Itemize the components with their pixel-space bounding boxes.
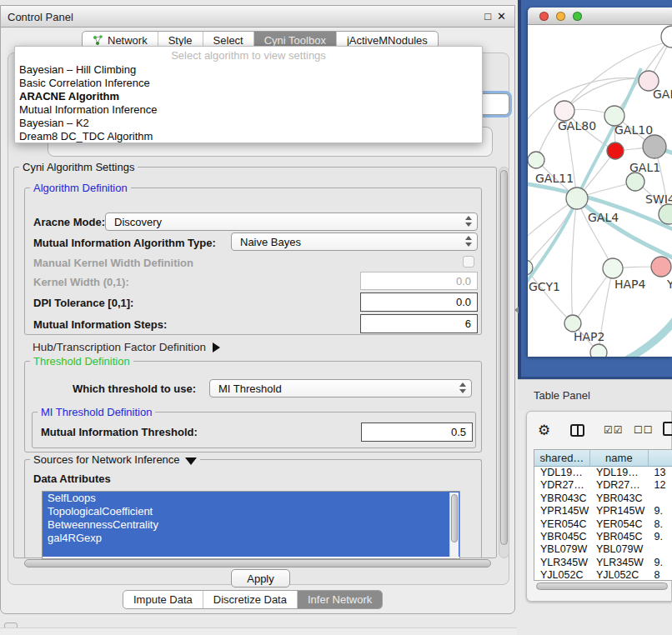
attribute-item-selfloops[interactable]: SelfLoops bbox=[43, 492, 459, 505]
mi-threshold-field[interactable]: 0.5 bbox=[361, 422, 473, 442]
stepper-arrows-icon bbox=[465, 216, 472, 227]
column-header-name[interactable]: name bbox=[590, 450, 649, 467]
which-threshold-value: MI Threshold bbox=[218, 382, 282, 395]
close-panel-icon[interactable]: ✕ bbox=[497, 10, 506, 22]
attribute-item-gal4rgexp[interactable]: gal4RGexp bbox=[43, 532, 459, 545]
table-row[interactable]: YBR045CYBR045C9. bbox=[534, 531, 672, 543]
algorithm-option-basic-correlation-inference[interactable]: Basic Correlation Inference bbox=[15, 77, 482, 90]
mi-threshold-definition-title: MI Threshold Definition bbox=[38, 406, 155, 418]
network-node[interactable] bbox=[554, 101, 574, 121]
zoom-traffic-light[interactable] bbox=[573, 12, 582, 21]
settings-horizontal-thumb[interactable] bbox=[24, 559, 491, 568]
network-edge[interactable] bbox=[528, 198, 577, 268]
expand-right-icon[interactable] bbox=[213, 342, 220, 352]
network-node[interactable] bbox=[528, 152, 544, 168]
collapse-down-icon[interactable] bbox=[185, 458, 197, 465]
column-header-partial[interactable] bbox=[649, 450, 672, 467]
network-node[interactable] bbox=[651, 257, 671, 277]
network-window-titlebar[interactable] bbox=[528, 8, 672, 25]
algorithm-option-aracne-algorithm[interactable]: ARACNE Algorithm bbox=[15, 90, 482, 103]
network-node[interactable] bbox=[643, 135, 666, 158]
column-header-shared[interactable]: shared… bbox=[534, 450, 590, 467]
aracne-mode-combobox[interactable]: Discovery bbox=[105, 212, 478, 231]
table-horizontal-thumb[interactable] bbox=[536, 582, 668, 590]
mi-steps-field[interactable]: 6 bbox=[360, 314, 478, 333]
table-row[interactable]: YBR043CYBR043C bbox=[534, 492, 672, 505]
network-edge[interactable] bbox=[577, 198, 613, 268]
table-row[interactable]: YER054CYER054C8. bbox=[534, 518, 672, 531]
manual-kernel-width-checkbox[interactable] bbox=[463, 256, 474, 268]
attributes-scrollbar[interactable] bbox=[449, 492, 459, 558]
mi-algorithm-type-combobox[interactable]: Naive Bayes bbox=[231, 232, 478, 251]
control-panel-titlebar[interactable]: Control Panel □ ✕ bbox=[1, 6, 514, 28]
manual-kernel-width-label: Manual Kernel Width Definition bbox=[33, 257, 193, 269]
tab-infer-network-label: Infer Network bbox=[308, 593, 372, 606]
close-traffic-light[interactable] bbox=[539, 12, 549, 21]
network-node[interactable] bbox=[661, 26, 672, 48]
network-node[interactable] bbox=[603, 258, 623, 278]
dpi-tolerance-field[interactable]: 0.0 bbox=[360, 292, 478, 312]
mi-steps-value: 6 bbox=[465, 318, 471, 330]
table-row[interactable]: YPR145WYPR145W9. bbox=[534, 505, 672, 518]
algorithm-option-mutual-information-inference[interactable]: Mutual Information Inference bbox=[15, 103, 482, 117]
network-node[interactable] bbox=[607, 142, 624, 159]
tab-impute-data-label: Impute Data bbox=[133, 593, 193, 606]
network-node[interactable] bbox=[564, 315, 581, 332]
network-node[interactable] bbox=[566, 188, 588, 209]
attribute-item-partial[interactable] bbox=[43, 545, 459, 557]
settings-vertical-scrollbar[interactable] bbox=[499, 167, 509, 558]
network-edge[interactable] bbox=[528, 268, 573, 323]
network-edge[interactable] bbox=[626, 318, 672, 357]
tab-discretize-data[interactable]: Discretize Data bbox=[203, 591, 297, 608]
algorithm-list: Bayesian – Hill ClimbingBasic Correlatio… bbox=[15, 63, 482, 143]
table-horizontal-scrollbar[interactable] bbox=[534, 582, 672, 592]
stepper-arrows-icon bbox=[465, 236, 472, 247]
network-node[interactable] bbox=[659, 204, 672, 224]
algorithm-option-dream8-dc-tdc-algorithm[interactable]: Dream8 DC_TDC Algorithm bbox=[15, 130, 482, 143]
tab-impute-data[interactable]: Impute Data bbox=[123, 591, 203, 608]
column-selector-icon[interactable] bbox=[570, 424, 584, 437]
attribute-item-betweennesscentrality[interactable]: BetweennessCentrality bbox=[43, 518, 459, 532]
export-table-icon[interactable] bbox=[663, 422, 672, 436]
apply-button[interactable]: Apply bbox=[231, 569, 290, 588]
table-cell: YBR043C bbox=[534, 492, 590, 505]
network-node[interactable] bbox=[626, 172, 644, 191]
attribute-item-topologicalcoefficient[interactable]: TopologicalCoefficient bbox=[43, 505, 459, 518]
algorithm-definition-title: Algorithm Definition bbox=[30, 182, 131, 194]
sources-title[interactable]: Sources for Network Inference bbox=[30, 453, 200, 466]
table-row[interactable]: YDL19…YDL19…13 bbox=[534, 467, 672, 479]
attributes-scrollbar-thumb[interactable] bbox=[451, 494, 458, 542]
algorithm-option-bayesian-hill-climbing[interactable]: Bayesian – Hill Climbing bbox=[15, 63, 482, 77]
node-attribute-table: shared…name YDL19…YDL19…13YDR27…YDR27…12… bbox=[534, 449, 672, 581]
network-node[interactable] bbox=[590, 344, 607, 357]
minimize-traffic-light[interactable] bbox=[556, 12, 565, 21]
which-threshold-combobox[interactable]: MI Threshold bbox=[209, 379, 472, 398]
table-row[interactable]: YBL079WYBL079W bbox=[534, 543, 672, 556]
data-attributes-label: Data Attributes bbox=[33, 472, 111, 485]
network-edge[interactable] bbox=[572, 198, 577, 323]
table-settings-gear-icon[interactable]: ⚙ bbox=[538, 422, 550, 439]
settings-vertical-thumb[interactable] bbox=[500, 170, 508, 545]
panel-splitter-handle[interactable] bbox=[514, 307, 519, 313]
float-window-icon[interactable]: □ bbox=[484, 10, 491, 22]
dpi-tolerance-value: 0.0 bbox=[456, 296, 471, 308]
table-cell: YDR27… bbox=[590, 479, 649, 492]
network-canvas[interactable]: GAL7GAL80GAL10GAL1GAL11SWI4GAL4GCY1HAP4Y… bbox=[528, 25, 672, 357]
table-row[interactable]: YJL052CYJL052C8 bbox=[534, 569, 672, 581]
tab-infer-network[interactable]: Infer Network bbox=[297, 591, 382, 608]
node-label-gal11: GAL11 bbox=[535, 172, 574, 185]
deselect-all-checkboxes-icon[interactable]: ☐☐ bbox=[634, 424, 654, 436]
table-row[interactable]: YDR27…YDR27…12 bbox=[534, 479, 672, 492]
table-body: YDL19…YDL19…13YDR27…YDR27…12YBR043CYBR04… bbox=[534, 467, 672, 581]
table-row[interactable]: YLR345WYLR345W9. bbox=[534, 557, 672, 569]
settings-horizontal-scrollbar[interactable] bbox=[22, 558, 498, 568]
cyni-algorithm-settings-group: Cyni Algorithm Settings Algorithm Defini… bbox=[13, 167, 497, 558]
kernel-width-field[interactable]: 0.0 bbox=[360, 272, 478, 290]
algorithm-option-bayesian-k2[interactable]: Bayesian – K2 bbox=[15, 117, 482, 130]
table-panel-header: Table Panel bbox=[518, 379, 672, 410]
hub-definition-expander[interactable]: Hub/Transcription Factor Definition bbox=[33, 341, 220, 353]
dpi-tolerance-label: DPI Tolerance [0,1]: bbox=[33, 297, 133, 309]
data-attributes-list[interactable]: SelfLoopsTopologicalCoefficientBetweenne… bbox=[42, 491, 460, 559]
select-all-checkboxes-icon[interactable]: ☑☑ bbox=[604, 424, 624, 436]
mi-threshold-value: 0.5 bbox=[451, 426, 466, 438]
